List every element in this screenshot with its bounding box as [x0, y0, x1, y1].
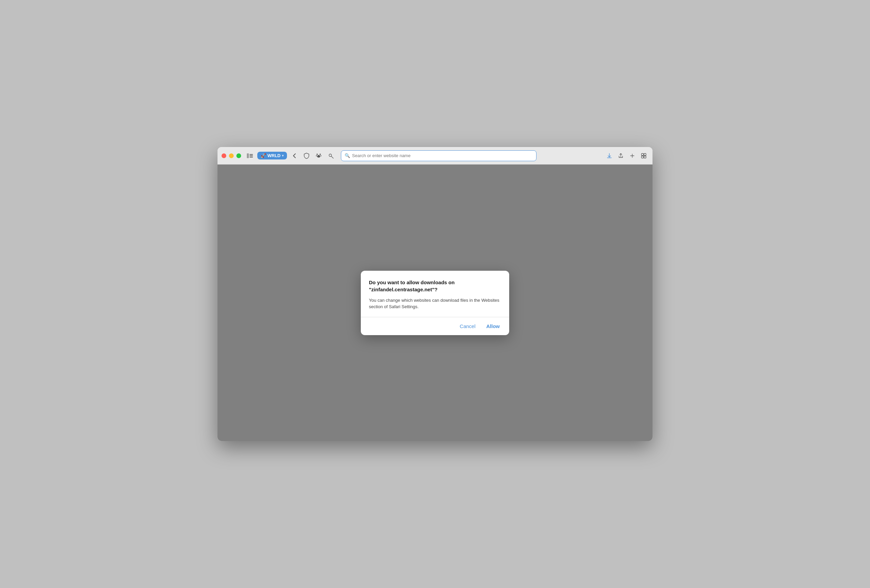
back-arrow-icon [293, 153, 296, 158]
svg-rect-2 [250, 155, 253, 156]
share-button[interactable] [616, 151, 626, 161]
tab-label: WRLD [267, 153, 280, 158]
modal-overlay: Do you want to allow downloads on "zinfa… [218, 165, 652, 441]
download-button[interactable] [605, 151, 614, 161]
download-icon [606, 153, 612, 159]
svg-point-4 [317, 153, 318, 155]
new-tab-button[interactable] [627, 151, 637, 161]
svg-point-5 [320, 153, 321, 155]
svg-rect-3 [250, 157, 253, 158]
password-icon-button[interactable] [326, 151, 335, 161]
key-icon [328, 153, 334, 159]
download-permission-dialog: Do you want to allow downloads on "zinfa… [361, 271, 509, 335]
traffic-lights [222, 153, 241, 158]
search-input[interactable] [352, 153, 533, 158]
svg-line-9 [331, 156, 334, 158]
tab-chevron-icon: ▾ [282, 154, 284, 158]
sidebar-toggle-button[interactable] [245, 151, 255, 161]
tabs-icon [641, 153, 647, 159]
dialog-buttons: Cancel Allow [361, 317, 509, 335]
back-button[interactable] [290, 151, 299, 161]
dialog-title: Do you want to allow downloads on "zinfa… [369, 279, 501, 293]
active-tab[interactable]: 🚀 WRLD ▾ [257, 152, 287, 159]
toolbar: 🚀 WRLD ▾ [218, 147, 652, 165]
minimize-button[interactable] [229, 153, 234, 158]
dialog-message: You can change which websites can downlo… [369, 297, 501, 310]
browser-window: 🚀 WRLD ▾ [218, 147, 652, 441]
plus-icon [630, 153, 635, 158]
shield-icon [304, 153, 309, 159]
svg-rect-16 [644, 156, 646, 158]
allow-button[interactable]: Allow [484, 322, 502, 330]
search-icon: 🔍 [345, 153, 350, 158]
dialog-body: Do you want to allow downloads on "zinfa… [361, 271, 509, 317]
svg-point-6 [316, 155, 317, 156]
cancel-button[interactable]: Cancel [457, 322, 478, 330]
shield-icon-button[interactable] [302, 151, 311, 161]
share-icon [618, 153, 624, 159]
browser-content: Do you want to allow downloads on "zinfa… [218, 165, 652, 441]
tab-icon: 🚀 [261, 153, 266, 158]
toolbar-right [605, 151, 648, 161]
sidebar-icon [247, 153, 253, 158]
close-button[interactable] [222, 153, 226, 158]
tab-switcher-button[interactable] [639, 151, 648, 161]
svg-rect-14 [644, 153, 646, 155]
paw-icon [316, 153, 322, 159]
maximize-button[interactable] [236, 153, 241, 158]
search-bar[interactable]: 🔍 [341, 150, 536, 161]
svg-rect-1 [250, 154, 253, 155]
svg-rect-13 [641, 153, 644, 155]
paw-icon-button[interactable] [314, 151, 323, 161]
svg-rect-0 [247, 153, 249, 158]
search-bar-container: 🔍 [341, 150, 536, 161]
svg-rect-15 [641, 156, 644, 158]
svg-point-7 [320, 155, 321, 156]
